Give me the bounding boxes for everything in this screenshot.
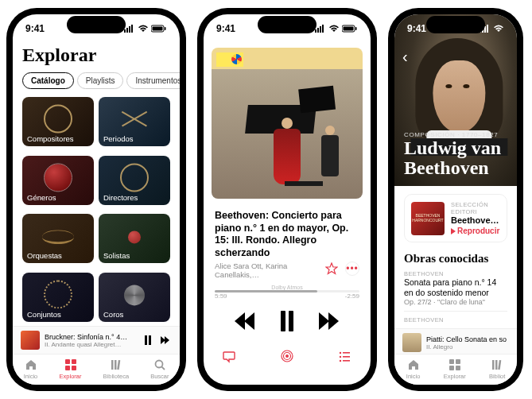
work-item[interactable]: BEETHOVEN bbox=[404, 316, 507, 323]
tile-generos[interactable]: Géneros bbox=[22, 156, 94, 205]
svg-rect-10 bbox=[72, 366, 76, 370]
status-time: 9:41 bbox=[216, 23, 235, 34]
tile-conjuntos[interactable]: Conjuntos bbox=[22, 273, 94, 322]
airplay-icon[interactable] bbox=[279, 349, 295, 365]
phone-composer-detail: 9:41 ‹ COMPOSICIÓN · 1770–1827 Ludwig va… bbox=[388, 8, 523, 391]
svg-rect-19 bbox=[322, 25, 324, 33]
tab-bar: Inicio Explorar Biblioteca Buscar bbox=[13, 354, 180, 385]
mini-player-artwork bbox=[402, 333, 421, 352]
forward-icon[interactable] bbox=[316, 312, 340, 330]
svg-rect-12 bbox=[115, 360, 117, 370]
svg-point-14 bbox=[155, 361, 162, 368]
tab-inicio[interactable]: Inicio bbox=[406, 358, 421, 380]
svg-rect-7 bbox=[65, 359, 70, 364]
mini-player[interactable]: Bruckner: Sinfonía n.° 4… II. Andante qu… bbox=[13, 326, 180, 354]
svg-rect-5 bbox=[153, 27, 163, 31]
notch bbox=[67, 16, 126, 33]
time-remaining: -2:59 bbox=[345, 292, 359, 300]
known-works-section: Obras conocidas BEETHOVEN Sonata para pi… bbox=[404, 252, 507, 323]
battery-icon bbox=[342, 25, 358, 33]
tile-coros[interactable]: Coros bbox=[99, 273, 170, 322]
signal-icon bbox=[315, 25, 326, 33]
mini-player[interactable]: Piatti: Cello Sonata en so II. Allegro bbox=[394, 328, 517, 356]
section-title: Obras conocidas bbox=[404, 252, 507, 265]
svg-rect-11 bbox=[111, 360, 114, 370]
mini-player-title: Bruckner: Sinfonía n.° 4… bbox=[45, 333, 140, 341]
tab-explorar[interactable]: Explorar bbox=[60, 358, 82, 380]
segment-playlists[interactable]: Playlists bbox=[77, 72, 124, 89]
segment-catalogo[interactable]: Catálogo bbox=[22, 72, 74, 89]
svg-rect-6 bbox=[165, 27, 166, 30]
svg-point-30 bbox=[340, 359, 341, 361]
home-icon bbox=[24, 358, 38, 372]
work-item[interactable]: BEETHOVEN Sonata para piano n.° 14 en do… bbox=[404, 270, 507, 306]
asterisk-icon bbox=[120, 104, 149, 133]
star-icon[interactable] bbox=[324, 261, 339, 276]
wifi-icon bbox=[138, 25, 149, 33]
tab-bar: Inicio Explorar Bibliot bbox=[394, 354, 517, 385]
svg-rect-13 bbox=[117, 360, 120, 370]
figure-suit bbox=[321, 135, 339, 176]
notch bbox=[258, 16, 316, 33]
svg-rect-31 bbox=[343, 360, 350, 362]
tab-biblioteca[interactable]: Biblioteca bbox=[103, 358, 130, 380]
svg-rect-37 bbox=[456, 359, 460, 364]
forward-icon[interactable] bbox=[161, 335, 172, 346]
album-artwork[interactable] bbox=[212, 48, 363, 199]
signal-icon bbox=[124, 25, 135, 33]
tile-solistas[interactable]: Solistas bbox=[99, 214, 170, 263]
tab-explorar[interactable]: Explorar bbox=[444, 358, 466, 380]
divider bbox=[404, 311, 507, 312]
status-time: 9:41 bbox=[25, 23, 45, 34]
tile-periodos[interactable]: Periodos bbox=[99, 97, 170, 146]
svg-rect-9 bbox=[65, 366, 70, 370]
dotted-ring-icon bbox=[44, 280, 72, 308]
more-icon[interactable]: ••• bbox=[345, 261, 359, 276]
track-artist: Alice Sara Ott, Karina Canellakis,… bbox=[215, 261, 320, 279]
tab-buscar[interactable]: Buscar bbox=[150, 358, 169, 380]
dg-logo-icon bbox=[216, 52, 243, 67]
lyrics-icon[interactable] bbox=[221, 349, 237, 365]
svg-rect-35 bbox=[487, 25, 488, 33]
card-label: SELECCIÓN EDITORI bbox=[451, 201, 500, 215]
back-icon[interactable]: ‹ bbox=[402, 48, 408, 66]
tab-biblioteca[interactable]: Bibliot bbox=[489, 358, 505, 380]
mini-player-subtitle: II. Allegro bbox=[426, 343, 509, 351]
track-title: Beethoven: Concierto para piano n.° 1 en… bbox=[215, 210, 359, 260]
time-elapsed: 5:59 bbox=[215, 292, 227, 300]
featured-card[interactable]: BEETHOVEN HARNONCOURT SELECCIÓN EDITORI … bbox=[404, 194, 507, 242]
library-icon bbox=[109, 358, 123, 372]
wifi-icon bbox=[328, 25, 340, 33]
composer-name: Ludwig van Beethoven bbox=[404, 138, 507, 178]
tab-inicio[interactable]: Inicio bbox=[24, 358, 38, 380]
battery-icon bbox=[151, 25, 167, 33]
mini-player-artwork bbox=[21, 331, 40, 350]
mini-player-subtitle: II. Andante quasi Allegret… bbox=[45, 341, 140, 348]
grid-icon bbox=[448, 358, 462, 372]
page-title: Explorar bbox=[22, 45, 170, 66]
pause-icon[interactable] bbox=[281, 311, 293, 331]
svg-rect-17 bbox=[317, 28, 319, 33]
status-time: 9:41 bbox=[407, 23, 426, 34]
svg-rect-36 bbox=[449, 359, 454, 364]
rewind-icon[interactable] bbox=[235, 312, 258, 330]
svg-rect-0 bbox=[124, 29, 126, 33]
svg-rect-27 bbox=[343, 352, 350, 354]
progress-bar[interactable]: Dolby Atmos 5:59 -2:59 bbox=[215, 290, 359, 300]
dolby-atmos-label: Dolby Atmos bbox=[215, 285, 359, 290]
tile-orquestas[interactable]: Orquestas bbox=[22, 214, 94, 263]
tile-directores[interactable]: Directores bbox=[99, 156, 170, 205]
card-artwork: BEETHOVEN HARNONCOURT bbox=[411, 202, 445, 235]
svg-point-26 bbox=[340, 351, 341, 353]
tile-compositores[interactable]: Compositores bbox=[22, 97, 94, 146]
svg-line-15 bbox=[161, 366, 165, 370]
card-title: Beethoven: Sym 4 & 5 bbox=[451, 215, 500, 225]
svg-rect-40 bbox=[492, 360, 495, 370]
pause-icon[interactable] bbox=[145, 335, 156, 345]
queue-icon[interactable] bbox=[337, 349, 353, 365]
arc-icon bbox=[42, 230, 74, 244]
segment-instrumentos[interactable]: Instrumentos bbox=[126, 72, 180, 89]
play-button[interactable]: Reproducir bbox=[451, 227, 500, 235]
wifi-icon bbox=[493, 25, 504, 33]
category-grid: Compositores Periodos Géneros Directores… bbox=[22, 97, 170, 326]
